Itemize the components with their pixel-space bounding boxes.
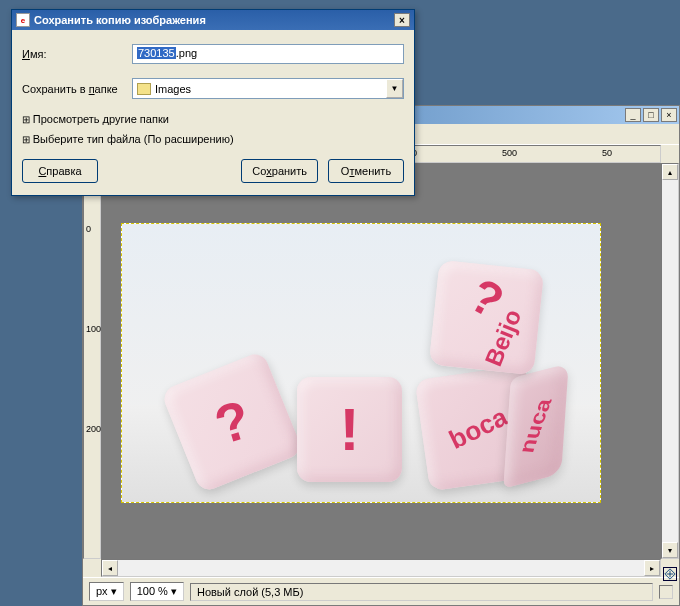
filename-input[interactable]: 730135.png <box>132 44 404 64</box>
statusbar: px ▾ 100 % ▾ Новый слой (5,3 МБ) <box>83 577 679 605</box>
folder-icon <box>137 83 151 95</box>
dice-face: ? <box>207 388 257 457</box>
ruler-vertical[interactable]: 0 100 200 <box>83 163 101 559</box>
dice-face: boca <box>444 401 512 455</box>
name-label: Имя: <box>22 48 132 60</box>
navigation-icon[interactable] <box>663 567 677 581</box>
dialog-titlebar[interactable]: e Сохранить копию изображения × <box>12 10 414 30</box>
ruler-mark: 200 <box>86 424 101 434</box>
ruler-mark: 0 <box>86 224 91 234</box>
scrollbar-vertical[interactable]: ▴ ▾ <box>661 163 679 559</box>
dialog-close-button[interactable]: × <box>394 13 410 27</box>
unit-selector[interactable]: px ▾ <box>89 582 124 601</box>
combo-dropdown-button[interactable]: ▼ <box>386 79 403 98</box>
folder-value: Images <box>155 83 191 95</box>
browse-folders-expander[interactable]: Просмотреть другие папки <box>22 113 404 125</box>
ruler-mark: 500 <box>502 148 517 158</box>
folder-combo[interactable]: Images ▼ <box>132 78 404 99</box>
filetype-expander[interactable]: Выберите тип файла (По расширению) <box>22 133 404 145</box>
selection-marquee: ? ! boca nuca ? Bei <box>121 223 601 503</box>
cancel-button[interactable]: Отменить <box>328 159 404 183</box>
scroll-left-button[interactable]: ◂ <box>102 560 118 576</box>
scroll-track[interactable] <box>662 180 678 542</box>
help-button[interactable]: Справка <box>22 159 98 183</box>
scroll-up-button[interactable]: ▴ <box>662 164 678 180</box>
cancel-icon[interactable] <box>659 585 673 599</box>
layer-status: Новый слой (5,3 МБ) <box>190 583 653 601</box>
canvas-area[interactable]: ? ! boca nuca ? Bei <box>101 163 661 559</box>
scroll-right-button[interactable]: ▸ <box>644 560 660 576</box>
save-button[interactable]: Сохранить <box>241 159 318 183</box>
minimize-button[interactable]: _ <box>625 108 641 122</box>
save-dialog: e Сохранить копию изображения × Имя: 730… <box>11 9 415 196</box>
close-button[interactable]: × <box>661 108 677 122</box>
filename-selected-text: 730135 <box>137 47 176 59</box>
dice-face: ! <box>340 395 360 464</box>
ruler-mark: 100 <box>86 324 101 334</box>
app-icon: e <box>16 13 30 27</box>
dialog-title: Сохранить копию изображения <box>34 14 206 26</box>
ruler-mark: 50 <box>602 148 612 158</box>
folder-label: Сохранить в папке <box>22 83 132 95</box>
scrollbar-horizontal[interactable]: ◂ ▸ <box>101 559 661 577</box>
image-content: ? ! boca nuca ? Bei <box>122 224 600 502</box>
scroll-track[interactable] <box>118 560 644 576</box>
maximize-button[interactable]: □ <box>643 108 659 122</box>
filename-ext: .png <box>176 47 197 59</box>
dice-face: nuca <box>514 398 557 454</box>
scroll-down-button[interactable]: ▾ <box>662 542 678 558</box>
zoom-selector[interactable]: 100 % ▾ <box>130 582 184 601</box>
